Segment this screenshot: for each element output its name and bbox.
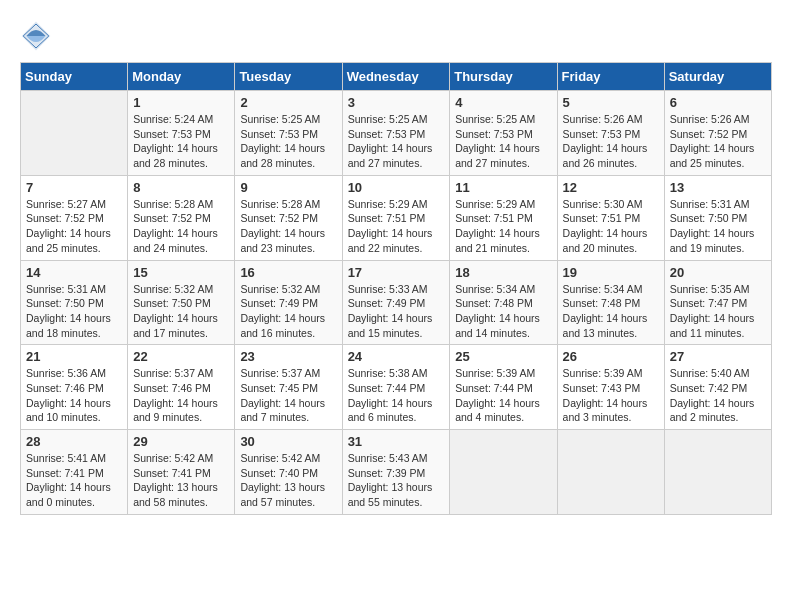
day-info: Sunrise: 5:34 AM Sunset: 7:48 PM Dayligh… — [563, 282, 659, 341]
day-number: 16 — [240, 265, 336, 280]
day-info: Sunrise: 5:31 AM Sunset: 7:50 PM Dayligh… — [670, 197, 766, 256]
day-info: Sunrise: 5:29 AM Sunset: 7:51 PM Dayligh… — [455, 197, 551, 256]
calendar-week-row: 7Sunrise: 5:27 AM Sunset: 7:52 PM Daylig… — [21, 175, 772, 260]
day-info: Sunrise: 5:39 AM Sunset: 7:43 PM Dayligh… — [563, 366, 659, 425]
day-info: Sunrise: 5:25 AM Sunset: 7:53 PM Dayligh… — [240, 112, 336, 171]
calendar-day-cell: 12Sunrise: 5:30 AM Sunset: 7:51 PM Dayli… — [557, 175, 664, 260]
calendar-day-cell: 6Sunrise: 5:26 AM Sunset: 7:52 PM Daylig… — [664, 91, 771, 176]
day-number: 1 — [133, 95, 229, 110]
day-number: 11 — [455, 180, 551, 195]
calendar-day-cell: 31Sunrise: 5:43 AM Sunset: 7:39 PM Dayli… — [342, 430, 450, 515]
day-info: Sunrise: 5:35 AM Sunset: 7:47 PM Dayligh… — [670, 282, 766, 341]
calendar-day-cell: 13Sunrise: 5:31 AM Sunset: 7:50 PM Dayli… — [664, 175, 771, 260]
day-info: Sunrise: 5:24 AM Sunset: 7:53 PM Dayligh… — [133, 112, 229, 171]
calendar-week-row: 28Sunrise: 5:41 AM Sunset: 7:41 PM Dayli… — [21, 430, 772, 515]
day-of-week-header: Thursday — [450, 63, 557, 91]
calendar-day-cell: 18Sunrise: 5:34 AM Sunset: 7:48 PM Dayli… — [450, 260, 557, 345]
day-info: Sunrise: 5:42 AM Sunset: 7:41 PM Dayligh… — [133, 451, 229, 510]
calendar-day-cell — [557, 430, 664, 515]
calendar-week-row: 14Sunrise: 5:31 AM Sunset: 7:50 PM Dayli… — [21, 260, 772, 345]
day-number: 7 — [26, 180, 122, 195]
calendar-day-cell: 4Sunrise: 5:25 AM Sunset: 7:53 PM Daylig… — [450, 91, 557, 176]
calendar-day-cell: 29Sunrise: 5:42 AM Sunset: 7:41 PM Dayli… — [128, 430, 235, 515]
calendar-day-cell: 28Sunrise: 5:41 AM Sunset: 7:41 PM Dayli… — [21, 430, 128, 515]
day-number: 10 — [348, 180, 445, 195]
day-info: Sunrise: 5:33 AM Sunset: 7:49 PM Dayligh… — [348, 282, 445, 341]
calendar-day-cell: 30Sunrise: 5:42 AM Sunset: 7:40 PM Dayli… — [235, 430, 342, 515]
calendar-day-cell: 7Sunrise: 5:27 AM Sunset: 7:52 PM Daylig… — [21, 175, 128, 260]
calendar-day-cell: 11Sunrise: 5:29 AM Sunset: 7:51 PM Dayli… — [450, 175, 557, 260]
day-of-week-header: Friday — [557, 63, 664, 91]
day-info: Sunrise: 5:42 AM Sunset: 7:40 PM Dayligh… — [240, 451, 336, 510]
day-info: Sunrise: 5:34 AM Sunset: 7:48 PM Dayligh… — [455, 282, 551, 341]
calendar-day-cell: 20Sunrise: 5:35 AM Sunset: 7:47 PM Dayli… — [664, 260, 771, 345]
day-info: Sunrise: 5:25 AM Sunset: 7:53 PM Dayligh… — [348, 112, 445, 171]
day-number: 14 — [26, 265, 122, 280]
day-number: 23 — [240, 349, 336, 364]
calendar-day-cell: 16Sunrise: 5:32 AM Sunset: 7:49 PM Dayli… — [235, 260, 342, 345]
calendar-day-cell: 23Sunrise: 5:37 AM Sunset: 7:45 PM Dayli… — [235, 345, 342, 430]
day-info: Sunrise: 5:27 AM Sunset: 7:52 PM Dayligh… — [26, 197, 122, 256]
calendar-day-cell — [21, 91, 128, 176]
calendar-day-cell: 19Sunrise: 5:34 AM Sunset: 7:48 PM Dayli… — [557, 260, 664, 345]
calendar-week-row: 21Sunrise: 5:36 AM Sunset: 7:46 PM Dayli… — [21, 345, 772, 430]
calendar-day-cell: 2Sunrise: 5:25 AM Sunset: 7:53 PM Daylig… — [235, 91, 342, 176]
calendar-day-cell: 25Sunrise: 5:39 AM Sunset: 7:44 PM Dayli… — [450, 345, 557, 430]
calendar-day-cell — [664, 430, 771, 515]
page-header — [20, 20, 772, 52]
day-info: Sunrise: 5:32 AM Sunset: 7:49 PM Dayligh… — [240, 282, 336, 341]
day-number: 13 — [670, 180, 766, 195]
calendar-day-cell: 26Sunrise: 5:39 AM Sunset: 7:43 PM Dayli… — [557, 345, 664, 430]
day-number: 26 — [563, 349, 659, 364]
calendar-day-cell: 1Sunrise: 5:24 AM Sunset: 7:53 PM Daylig… — [128, 91, 235, 176]
day-number: 24 — [348, 349, 445, 364]
day-number: 9 — [240, 180, 336, 195]
day-info: Sunrise: 5:29 AM Sunset: 7:51 PM Dayligh… — [348, 197, 445, 256]
calendar-day-cell: 15Sunrise: 5:32 AM Sunset: 7:50 PM Dayli… — [128, 260, 235, 345]
day-number: 25 — [455, 349, 551, 364]
day-number: 12 — [563, 180, 659, 195]
day-number: 8 — [133, 180, 229, 195]
day-info: Sunrise: 5:39 AM Sunset: 7:44 PM Dayligh… — [455, 366, 551, 425]
day-of-week-header: Wednesday — [342, 63, 450, 91]
calendar-table: SundayMondayTuesdayWednesdayThursdayFrid… — [20, 62, 772, 515]
day-number: 2 — [240, 95, 336, 110]
day-info: Sunrise: 5:40 AM Sunset: 7:42 PM Dayligh… — [670, 366, 766, 425]
calendar-day-cell: 27Sunrise: 5:40 AM Sunset: 7:42 PM Dayli… — [664, 345, 771, 430]
day-number: 17 — [348, 265, 445, 280]
day-number: 20 — [670, 265, 766, 280]
day-info: Sunrise: 5:28 AM Sunset: 7:52 PM Dayligh… — [133, 197, 229, 256]
calendar-day-cell: 10Sunrise: 5:29 AM Sunset: 7:51 PM Dayli… — [342, 175, 450, 260]
day-info: Sunrise: 5:25 AM Sunset: 7:53 PM Dayligh… — [455, 112, 551, 171]
day-info: Sunrise: 5:30 AM Sunset: 7:51 PM Dayligh… — [563, 197, 659, 256]
calendar-day-cell: 8Sunrise: 5:28 AM Sunset: 7:52 PM Daylig… — [128, 175, 235, 260]
day-number: 19 — [563, 265, 659, 280]
logo — [20, 20, 56, 52]
day-number: 28 — [26, 434, 122, 449]
day-info: Sunrise: 5:32 AM Sunset: 7:50 PM Dayligh… — [133, 282, 229, 341]
day-of-week-header: Saturday — [664, 63, 771, 91]
calendar-day-cell: 3Sunrise: 5:25 AM Sunset: 7:53 PM Daylig… — [342, 91, 450, 176]
day-number: 27 — [670, 349, 766, 364]
day-of-week-header: Tuesday — [235, 63, 342, 91]
day-info: Sunrise: 5:28 AM Sunset: 7:52 PM Dayligh… — [240, 197, 336, 256]
calendar-day-cell: 14Sunrise: 5:31 AM Sunset: 7:50 PM Dayli… — [21, 260, 128, 345]
day-number: 18 — [455, 265, 551, 280]
day-info: Sunrise: 5:38 AM Sunset: 7:44 PM Dayligh… — [348, 366, 445, 425]
day-number: 5 — [563, 95, 659, 110]
day-info: Sunrise: 5:37 AM Sunset: 7:45 PM Dayligh… — [240, 366, 336, 425]
day-number: 4 — [455, 95, 551, 110]
day-info: Sunrise: 5:41 AM Sunset: 7:41 PM Dayligh… — [26, 451, 122, 510]
calendar-day-cell: 22Sunrise: 5:37 AM Sunset: 7:46 PM Dayli… — [128, 345, 235, 430]
day-info: Sunrise: 5:26 AM Sunset: 7:53 PM Dayligh… — [563, 112, 659, 171]
day-info: Sunrise: 5:43 AM Sunset: 7:39 PM Dayligh… — [348, 451, 445, 510]
calendar-week-row: 1Sunrise: 5:24 AM Sunset: 7:53 PM Daylig… — [21, 91, 772, 176]
logo-icon — [20, 20, 52, 52]
day-number: 6 — [670, 95, 766, 110]
day-number: 21 — [26, 349, 122, 364]
calendar-day-cell: 21Sunrise: 5:36 AM Sunset: 7:46 PM Dayli… — [21, 345, 128, 430]
calendar-day-cell: 24Sunrise: 5:38 AM Sunset: 7:44 PM Dayli… — [342, 345, 450, 430]
day-of-week-header: Monday — [128, 63, 235, 91]
day-info: Sunrise: 5:37 AM Sunset: 7:46 PM Dayligh… — [133, 366, 229, 425]
calendar-day-cell: 5Sunrise: 5:26 AM Sunset: 7:53 PM Daylig… — [557, 91, 664, 176]
